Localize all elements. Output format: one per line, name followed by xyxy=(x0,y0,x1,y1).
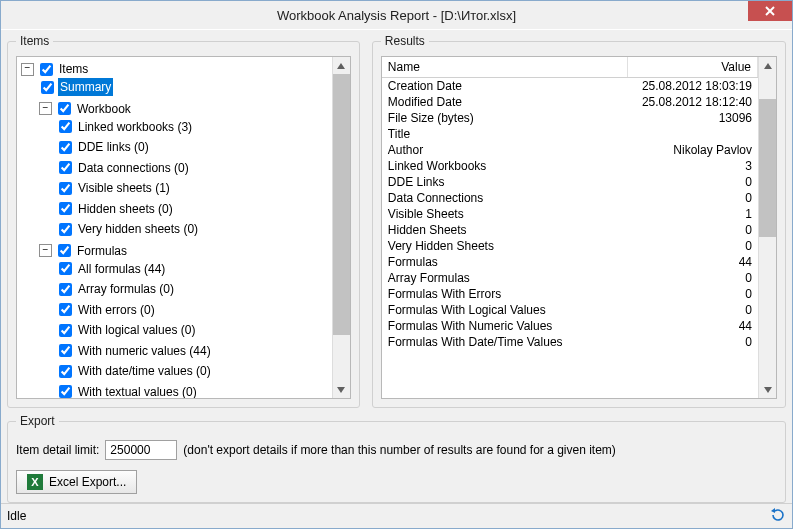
cell-value: 25.08.2012 18:12:40 xyxy=(628,94,758,110)
tree-checkbox[interactable] xyxy=(59,365,72,378)
tree-checkbox[interactable] xyxy=(59,324,72,337)
scroll-thumb[interactable] xyxy=(759,99,776,237)
tree-item[interactable]: All formulas (44) xyxy=(76,260,167,278)
results-table[interactable]: Name Value Creation Date25.08.2012 18:03… xyxy=(382,57,758,398)
table-row[interactable]: Linked Workbooks3 xyxy=(382,158,758,174)
cell-name: Formulas With Errors xyxy=(382,286,628,302)
svg-marker-2 xyxy=(337,63,345,69)
excel-export-button[interactable]: Excel Export... xyxy=(16,470,137,494)
cell-name: Formulas With Logical Values xyxy=(382,302,628,318)
tree-checkbox[interactable] xyxy=(41,81,54,94)
cell-name: Array Formulas xyxy=(382,270,628,286)
tree-item[interactable]: Array formulas (0) xyxy=(76,280,176,298)
tree-item[interactable]: With errors (0) xyxy=(76,301,157,319)
results-scrollbar[interactable] xyxy=(758,57,776,398)
svg-marker-4 xyxy=(764,63,772,69)
item-detail-limit-hint: (don't export details if more than this … xyxy=(183,443,616,457)
tree-checkbox[interactable] xyxy=(59,385,72,398)
tree-item[interactable]: Very hidden sheets (0) xyxy=(76,220,200,238)
tree-item[interactable]: With numeric values (44) xyxy=(76,342,213,360)
table-row[interactable]: Formulas With Errors0 xyxy=(382,286,758,302)
tree-checkbox[interactable] xyxy=(58,244,71,257)
tree-item[interactable]: DDE links (0) xyxy=(76,138,151,156)
tree-item[interactable]: With logical values (0) xyxy=(76,321,197,339)
cell-name: Very Hidden Sheets xyxy=(382,238,628,254)
close-button[interactable] xyxy=(748,1,792,21)
tree-item[interactable]: Visible sheets (1) xyxy=(76,179,172,197)
panes: Items − Items xyxy=(7,30,786,408)
cell-name: Modified Date xyxy=(382,94,628,110)
cell-value: 44 xyxy=(628,318,758,334)
window-title: Workbook Analysis Report - [D:\Итог.xlsx… xyxy=(1,8,792,23)
cell-value: 13096 xyxy=(628,110,758,126)
cell-name: Author xyxy=(382,142,628,158)
tree-checkbox[interactable] xyxy=(59,283,72,296)
table-row[interactable]: Formulas44 xyxy=(382,254,758,270)
tree-checkbox[interactable] xyxy=(59,223,72,236)
col-value[interactable]: Value xyxy=(628,57,758,77)
tree-checkbox[interactable] xyxy=(59,182,72,195)
tree-checkbox[interactable] xyxy=(40,63,53,76)
svg-marker-5 xyxy=(764,387,772,393)
tree-item-summary[interactable]: Summary xyxy=(58,78,113,96)
cell-value: Nikolay Pavlov xyxy=(628,142,758,158)
table-row[interactable]: Creation Date25.08.2012 18:03:19 xyxy=(382,78,758,94)
table-row[interactable]: AuthorNikolay Pavlov xyxy=(382,142,758,158)
scroll-track[interactable] xyxy=(759,74,776,381)
table-row[interactable]: Array Formulas0 xyxy=(382,270,758,286)
cell-value: 0 xyxy=(628,302,758,318)
status-text: Idle xyxy=(7,509,26,523)
tree-item[interactable]: With date/time values (0) xyxy=(76,362,213,380)
items-legend: Items xyxy=(16,34,53,48)
table-row[interactable]: Visible Sheets1 xyxy=(382,206,758,222)
table-row[interactable]: Hidden Sheets0 xyxy=(382,222,758,238)
table-row[interactable]: Formulas With Date/Time Values0 xyxy=(382,334,758,350)
tree-item-root[interactable]: Items xyxy=(57,60,90,78)
expander-icon[interactable]: − xyxy=(39,244,52,257)
table-row[interactable]: Formulas With Logical Values0 xyxy=(382,302,758,318)
tree-item[interactable]: Data connections (0) xyxy=(76,159,191,177)
scroll-thumb[interactable] xyxy=(333,74,350,335)
tree-item[interactable]: Linked workbooks (3) xyxy=(76,118,194,136)
scroll-down-button[interactable] xyxy=(759,381,776,398)
tree-checkbox[interactable] xyxy=(59,161,72,174)
items-scrollbox: − Items Summary xyxy=(16,56,351,399)
table-row[interactable]: File Size (bytes)13096 xyxy=(382,110,758,126)
tree-checkbox[interactable] xyxy=(59,202,72,215)
scroll-up-button[interactable] xyxy=(759,57,776,74)
cell-value: 0 xyxy=(628,238,758,254)
tree-item[interactable]: With textual values (0) xyxy=(76,383,199,399)
tree-item-formulas[interactable]: Formulas xyxy=(75,242,129,260)
table-row[interactable]: Modified Date25.08.2012 18:12:40 xyxy=(382,94,758,110)
table-row[interactable]: Title xyxy=(382,126,758,142)
items-tree[interactable]: − Items Summary xyxy=(17,57,332,398)
items-scrollbar[interactable] xyxy=(332,57,350,398)
tree-checkbox[interactable] xyxy=(59,120,72,133)
expander-icon[interactable]: − xyxy=(21,63,34,76)
results-legend: Results xyxy=(381,34,429,48)
table-row[interactable]: Very Hidden Sheets0 xyxy=(382,238,758,254)
results-pane: Results Name Value Creation Date25.08.20… xyxy=(372,34,786,408)
scroll-track[interactable] xyxy=(333,74,350,381)
scroll-up-button[interactable] xyxy=(333,57,350,74)
table-row[interactable]: Data Connections0 xyxy=(382,190,758,206)
cell-value: 0 xyxy=(628,286,758,302)
cell-name: Title xyxy=(382,126,628,142)
expander-icon[interactable]: − xyxy=(39,102,52,115)
tree-item[interactable]: Hidden sheets (0) xyxy=(76,200,175,218)
tree-checkbox[interactable] xyxy=(58,102,71,115)
col-name[interactable]: Name xyxy=(382,57,628,77)
refresh-icon[interactable] xyxy=(770,507,786,526)
tree-checkbox[interactable] xyxy=(59,262,72,275)
tree-checkbox[interactable] xyxy=(59,141,72,154)
scroll-down-button[interactable] xyxy=(333,381,350,398)
tree-item-workbook[interactable]: Workbook xyxy=(75,100,133,118)
tree-checkbox[interactable] xyxy=(59,303,72,316)
titlebar: Workbook Analysis Report - [D:\Итог.xlsx… xyxy=(1,1,792,30)
table-row[interactable]: Formulas With Numeric Values44 xyxy=(382,318,758,334)
item-detail-limit-input[interactable] xyxy=(105,440,177,460)
cell-name: Formulas With Numeric Values xyxy=(382,318,628,334)
tree-checkbox[interactable] xyxy=(59,344,72,357)
tree-workbook-children: Linked workbooks (3)DDE links (0)Data co… xyxy=(39,118,332,241)
table-row[interactable]: DDE Links0 xyxy=(382,174,758,190)
